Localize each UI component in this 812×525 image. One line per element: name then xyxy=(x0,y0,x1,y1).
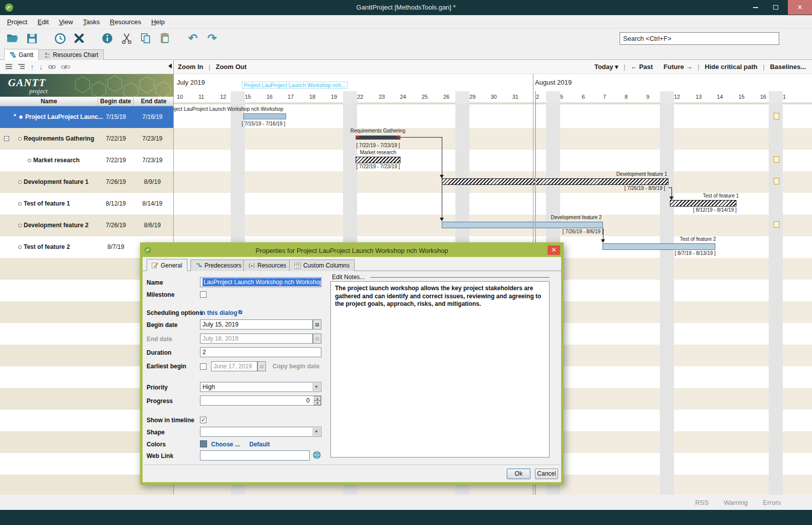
today-dropdown-icon[interactable]: ▾ xyxy=(615,63,619,71)
menu-resources[interactable]: Resources xyxy=(105,16,146,28)
unlink-tasks-icon[interactable] xyxy=(61,64,70,70)
milestone-checkbox[interactable] xyxy=(200,291,207,298)
undo-button[interactable]: ↶ xyxy=(184,30,201,46)
duration-input[interactable]: 2 xyxy=(200,347,321,357)
search-input[interactable] xyxy=(620,32,779,45)
dialog-tab-general[interactable]: General xyxy=(147,259,187,271)
table-row[interactable]: − Requirements Gathering 7/22/19 7/23/19 xyxy=(0,128,173,150)
redo-button[interactable]: ↷ xyxy=(204,30,221,46)
web-link-input[interactable] xyxy=(200,450,310,461)
scheduling-options-icon[interactable]: ⧉ xyxy=(238,309,242,315)
resources-icon xyxy=(44,52,50,58)
errors-status[interactable]: Errors xyxy=(763,499,781,506)
menu-help[interactable]: Help xyxy=(146,16,170,28)
note-icon[interactable] xyxy=(774,178,779,184)
dialog-tab-predecessors[interactable]: Predecessors xyxy=(190,259,246,271)
task-bar-summary-critical[interactable] xyxy=(356,136,400,140)
rss-status[interactable]: RSS xyxy=(695,499,709,506)
link-tasks-icon[interactable] xyxy=(48,64,56,70)
task-properties-button[interactable] xyxy=(99,30,116,46)
month-label: July 2019 xyxy=(177,79,205,86)
dialog-tab-custom-columns[interactable]: Custom Columns xyxy=(289,259,355,271)
ok-button[interactable]: Ok xyxy=(507,469,530,479)
baselines-link[interactable]: Baselines... xyxy=(770,63,806,71)
tab-resources-chart[interactable]: Resources Chart xyxy=(38,49,104,60)
task-name: Test of feature 2 xyxy=(24,243,70,250)
table-row[interactable]: Market research 7/22/19 7/23/19 xyxy=(0,150,173,171)
task-bar-critical[interactable] xyxy=(356,157,400,163)
note-icon[interactable] xyxy=(774,156,779,163)
begin-date-picker-button[interactable]: ▤ xyxy=(313,319,321,330)
copy-button[interactable] xyxy=(137,30,154,46)
hide-critical-path-link[interactable]: Hide critical path xyxy=(705,63,758,71)
delete-task-button[interactable] xyxy=(71,30,88,46)
save-project-button[interactable] xyxy=(23,30,40,46)
tab-gantt[interactable]: Gantt xyxy=(4,49,39,60)
note-icon[interactable] xyxy=(774,113,779,119)
ganttproject-logo: GANTT project xyxy=(0,74,173,97)
dependency-arrow xyxy=(669,196,673,200)
paste-button[interactable] xyxy=(156,30,173,46)
name-input[interactable]: LauProject Launch Workshop nch Workshop xyxy=(200,277,321,287)
task-bar[interactable] xyxy=(602,243,715,250)
menu-edit[interactable]: Edit xyxy=(32,16,53,28)
column-header-begin-date[interactable]: Begin date xyxy=(98,98,133,106)
begin-date-input[interactable]: July 15, 2019 xyxy=(200,319,313,330)
bar-dates: [ 7/26/19 - 8/9/19 ] xyxy=(620,185,670,191)
dialog-tab-resources[interactable]: Resources xyxy=(243,259,291,271)
table-row[interactable]: Development feature 2 7/26/19 8/6/19 xyxy=(0,215,173,236)
move-up-icon[interactable]: ↑ xyxy=(30,62,34,71)
dialog-title-bar[interactable]: Properties for Project LauProject Launch… xyxy=(143,245,561,257)
table-row[interactable]: Test of feature 1 8/12/19 8/14/19 xyxy=(0,193,173,215)
progress-spinner[interactable]: 0 xyxy=(200,396,321,406)
column-header-name[interactable]: Name xyxy=(0,98,98,106)
priority-select[interactable]: High ▼ xyxy=(200,382,321,392)
timeline-task-label[interactable]: Project LauProject Launch Workshop nch..… xyxy=(242,82,348,89)
past-link[interactable]: ← Past xyxy=(631,63,653,71)
custom-columns-tab-icon xyxy=(294,262,301,269)
color-swatch[interactable] xyxy=(200,440,207,447)
task-bar-critical[interactable] xyxy=(442,178,668,185)
spin-down-icon[interactable]: ▼ xyxy=(314,401,321,405)
move-down-icon[interactable]: ↓ xyxy=(39,62,43,71)
zoom-in-link[interactable]: Zoom In xyxy=(178,63,204,71)
zoom-out-link[interactable]: Zoom Out xyxy=(216,63,246,71)
future-link[interactable]: Future → xyxy=(663,63,692,71)
menu-project[interactable]: Project xyxy=(2,16,32,28)
scheduling-button[interactable] xyxy=(51,30,69,46)
table-row[interactable]: Development feature 1 7/26/19 8/9/19 xyxy=(0,171,173,193)
task-bar-critical[interactable] xyxy=(670,200,736,207)
cancel-button[interactable]: Cancel xyxy=(535,469,558,479)
weekend-band xyxy=(231,91,245,103)
menu-view[interactable]: View xyxy=(54,16,78,28)
earliest-begin-checkbox[interactable] xyxy=(200,363,207,370)
column-header-end-date[interactable]: End date xyxy=(133,98,174,106)
default-color-link[interactable]: Default xyxy=(249,441,270,448)
edit-notes-title[interactable]: Edit Notes... xyxy=(332,274,365,281)
web-link-globe-icon[interactable] xyxy=(313,451,321,461)
note-icon[interactable] xyxy=(774,221,779,228)
maximize-button[interactable] xyxy=(766,0,786,15)
minimize-button[interactable] xyxy=(746,0,766,15)
open-project-button[interactable] xyxy=(4,30,21,46)
close-button[interactable]: ✕ xyxy=(788,0,812,15)
table-row[interactable]: * Project LauProject Launc... 7/15/19 7/… xyxy=(0,106,173,128)
task-bar[interactable] xyxy=(442,222,603,228)
notes-textarea[interactable]: The project launch workshop allows the k… xyxy=(330,281,550,457)
task-bar-project[interactable] xyxy=(243,113,286,119)
cut-button[interactable] xyxy=(118,30,135,46)
task-list-icon[interactable] xyxy=(5,63,13,70)
show-in-timeline-checkbox[interactable]: ✓ xyxy=(200,417,207,423)
indent-list-icon[interactable] xyxy=(18,63,25,70)
collapse-expander-icon[interactable]: − xyxy=(4,136,9,141)
spin-up-icon[interactable]: ▲ xyxy=(314,396,321,401)
scheduling-options-link[interactable]: in this dialog xyxy=(200,309,237,316)
dialog-close-button[interactable]: ✕ xyxy=(548,245,560,255)
today-link[interactable]: Today xyxy=(594,63,613,71)
menu-tasks[interactable]: Tasks xyxy=(78,16,105,28)
choose-color-link[interactable]: Choose ... xyxy=(211,441,240,448)
weekend-band xyxy=(660,103,674,495)
warning-status[interactable]: Warning xyxy=(724,499,748,506)
splitter-collapse-icon[interactable] xyxy=(168,63,172,69)
shape-select[interactable]: ▼ xyxy=(200,427,321,437)
